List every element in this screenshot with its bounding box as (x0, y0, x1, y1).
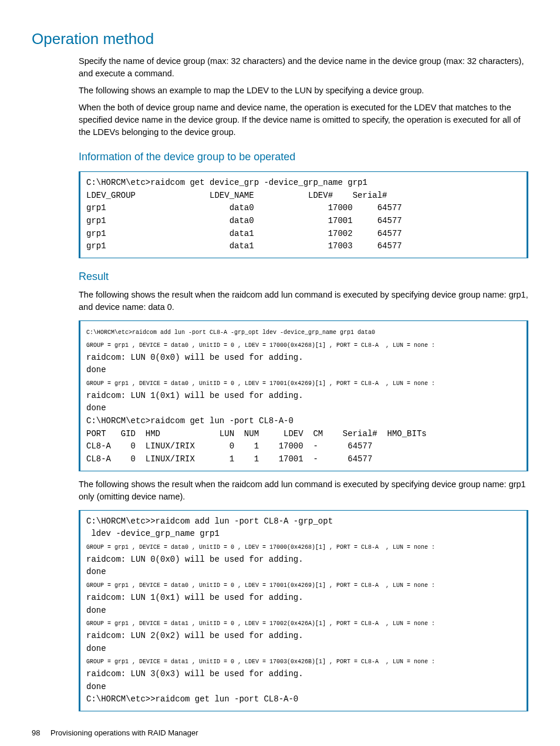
body-text: When the both of device group name and d… (79, 102, 528, 139)
code-line: PORT GID HMD LUN NUM LDEV CM Serial# HMO… (86, 429, 427, 438)
code-block-result-1: C:\HORCM\etc>raidcom add lun -port CL8-A… (79, 320, 528, 471)
code-line: GROUP = grp1 , DEVICE = data0 , UnitID =… (86, 544, 435, 551)
code-line: done (86, 567, 106, 576)
code-line: raidcom: LUN 1(0x1) will be used for add… (86, 391, 303, 400)
body-text: The following shows an example to map th… (79, 85, 528, 97)
code-line: GROUP = grp1 , DEVICE = data0 , UnitID =… (86, 342, 435, 349)
code-line: C:\HORCM\etc>raidcom get lun -port CL8-A… (86, 416, 294, 426)
code-line: C:\HORCM\etc>>raidcom add lun -port CL8-… (86, 517, 333, 526)
page-number: 98 (32, 728, 40, 737)
code-line: C:\HORCM\etc>>raidcom get lun -port CL8-… (86, 694, 298, 704)
code-line: done (86, 682, 106, 691)
code-line: C:\HORCM\etc>raidcom add lun -port CL8-A… (86, 329, 375, 336)
page-footer: 98 Provisioning operations with RAID Man… (32, 728, 528, 739)
code-line: done (86, 365, 106, 374)
code-line: raidcom: LUN 2(0x2) will be used for add… (86, 631, 303, 640)
code-line: raidcom: LUN 0(0x0) will be used for add… (86, 353, 303, 362)
body-text: Specify the name of device group (max: 3… (79, 55, 528, 80)
code-line: done (86, 606, 106, 615)
code-line: raidcom: LUN 0(0x0) will be used for add… (86, 555, 303, 564)
subsection-heading: Information of the device group to be op… (79, 149, 528, 164)
code-line: GROUP = grp1 , DEVICE = data1 , UnitID =… (86, 659, 435, 665)
footer-text: Provisioning operations with RAID Manage… (50, 728, 198, 737)
body-text: The following shows the result when the … (79, 478, 528, 503)
code-line: done (86, 644, 106, 653)
code-line: GROUP = grp1 , DEVICE = data0 , UnitID =… (86, 582, 435, 589)
code-line: raidcom: LUN 1(0x1) will be used for add… (86, 593, 303, 602)
section-heading: Operation method (32, 28, 528, 50)
code-line: GROUP = grp1 , DEVICE = data1 , UnitID =… (86, 620, 435, 627)
code-block-device-group: C:\HORCM\etc>raidcom get device_grp -dev… (79, 171, 528, 258)
code-line: done (86, 403, 106, 413)
subsection-heading-result: Result (79, 269, 528, 284)
code-line: GROUP = grp1 , DEVICE = data0 , UnitID =… (86, 380, 435, 387)
code-block-result-2: C:\HORCM\etc>>raidcom add lun -port CL8-… (79, 510, 528, 711)
code-line: raidcom: LUN 3(0x3) will be used for add… (86, 669, 303, 679)
code-line: CL8-A 0 LINUX/IRIX 1 1 17001 - 64577 (86, 454, 372, 464)
code-line: CL8-A 0 LINUX/IRIX 0 1 17000 - 64577 (86, 441, 372, 451)
code-line: ldev -device_grp_name grp1 (86, 529, 220, 538)
body-text: The following shows the result when the … (79, 289, 528, 313)
